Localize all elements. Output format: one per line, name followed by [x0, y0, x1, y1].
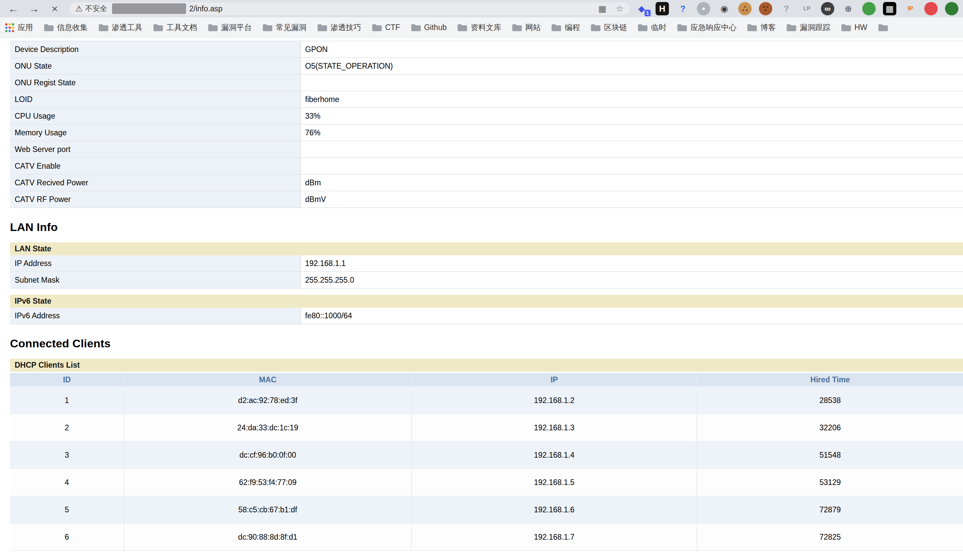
security-label[interactable]: 不安全	[85, 4, 107, 14]
bookmark-label: 漏洞跟踪	[799, 22, 830, 33]
bookmark-folder-10[interactable]: 网站	[512, 22, 540, 33]
green-extension-icon[interactable]	[862, 2, 875, 15]
device-info-table: Device DescriptionGPONONU StateO5(STATE_…	[10, 40, 963, 208]
info-row-label: ONU Regist State	[10, 74, 301, 91]
info-row-value: O5(STATE_OPERATION)	[301, 58, 963, 74]
bookmark-folder-17[interactable]: HW	[841, 23, 867, 32]
info-row: Device DescriptionGPON	[10, 41, 963, 58]
dhcp-cell: 53129	[697, 469, 963, 496]
bookmark-label: 工具文档	[166, 22, 197, 33]
info-row-value	[301, 141, 963, 157]
omnibox-address-bar[interactable]: ⚠ 不安全 2/info.asp ▦ ☆	[69, 2, 629, 15]
info-row-value: dBm	[301, 175, 963, 191]
info-row: ONU StateO5(STATE_OPERATION)	[10, 58, 963, 74]
section-header: LAN State	[10, 242, 963, 255]
bookmark-folder-16[interactable]: 漏洞跟踪	[786, 22, 830, 33]
bookmark-label: 常见漏洞	[276, 22, 306, 33]
dhcp-cell: 4	[10, 469, 124, 496]
dhcp-cell: 32206	[697, 414, 963, 442]
bookmark-folder-11[interactable]: 编程	[551, 22, 580, 33]
info-row-label: Memory Usage	[10, 125, 301, 141]
dhcp-table-body: 1d2:ac:92:78:ed:3f192.168.1.228538224:da…	[10, 387, 963, 551]
security-warning-icon[interactable]: ⚠	[75, 4, 83, 13]
bookmark-apps[interactable]: 应用	[5, 22, 33, 33]
qr-code-extension-icon[interactable]: ▦	[883, 2, 896, 15]
table-row: 3dc:cf:96:b0:0f:00192.168.1.451548	[10, 442, 963, 469]
folder-icon	[44, 23, 54, 32]
info-row-value: fe80::1000/64	[301, 308, 963, 324]
record-red-extension-icon[interactable]	[924, 2, 938, 15]
lastpass-extension-icon[interactable]: LP	[800, 2, 814, 15]
info-row-value	[301, 158, 963, 174]
extension-glyph: ∵	[763, 4, 768, 14]
dhcp-cell: 6	[10, 524, 124, 551]
bookmark-folder-15[interactable]: 博客	[747, 22, 776, 33]
info-row-label: IPv6 Address	[10, 308, 301, 324]
bookmark-folder-8[interactable]: Github	[411, 23, 447, 32]
extension-glyph: ∞	[825, 4, 831, 14]
bookmark-folder-13[interactable]: 临时	[637, 22, 666, 33]
dhcp-cell: 58:c5:cb:67:b1:df	[124, 496, 412, 524]
proxy-goggles-extension-icon[interactable]: ∞	[821, 2, 834, 15]
lan-table: IP Address192.168.1.1Subnet Mask255.255.…	[10, 255, 963, 289]
key-extension-icon[interactable]: •	[697, 2, 710, 15]
bookmark-folder-12[interactable]: 区块链	[590, 22, 627, 33]
bookmark-label: 资料文库	[470, 22, 501, 33]
dhcp-cell: 192.168.1.4	[412, 442, 697, 469]
stop-button[interactable]: ×	[45, 0, 64, 17]
bookmark-label: 漏洞平台	[221, 22, 252, 33]
bookmark-star-icon[interactable]: ☆	[616, 4, 624, 14]
bookmark-folder-2[interactable]: 渗透工具	[98, 22, 143, 33]
dhcp-cell: 192.168.1.5	[412, 469, 697, 496]
bookmark-label: 网站	[525, 22, 540, 33]
bookmark-folder-9[interactable]: 资料文库	[457, 22, 501, 33]
folder-icon	[786, 23, 797, 32]
clipped-edge-extension-icon[interactable]	[945, 2, 958, 15]
dhcp-header-cell: MAC	[124, 373, 412, 387]
folder-icon	[878, 23, 888, 32]
section-header: IPv6 State	[10, 295, 963, 308]
table-row: 1d2:ac:92:78:ed:3f192.168.1.228538	[10, 387, 963, 414]
info-row: LOIDfiberhome	[10, 91, 963, 108]
ring-extension-icon[interactable]: ◉	[718, 2, 731, 15]
info-row: IPv6 Addressfe80::1000/64	[10, 308, 963, 324]
bookmark-folder-1[interactable]: 信息收集	[44, 22, 88, 33]
help-gray-extension-icon[interactable]: ?	[780, 2, 793, 15]
help-blue-extension-icon[interactable]: ?	[676, 2, 689, 15]
bookmark-folder-4[interactable]: 漏洞平台	[208, 22, 252, 33]
dhcp-cell: 72825	[697, 524, 963, 551]
back-button[interactable]: ←	[4, 0, 23, 17]
cookie-extension-icon[interactable]: ∴	[738, 2, 752, 15]
folder-icon	[98, 23, 109, 32]
bookmark-folder-7[interactable]: CTF	[372, 23, 400, 32]
lan-sections: LAN StateIP Address192.168.1.1Subnet Mas…	[10, 242, 963, 324]
info-row: IP Address192.168.1.1	[10, 255, 963, 272]
qr-grid-icon[interactable]: ▦	[598, 4, 606, 14]
bookmark-folder-5[interactable]: 常见漏洞	[263, 22, 306, 33]
extension-glyph: ◉	[721, 4, 728, 14]
bookmark-folder-3[interactable]: 工具文档	[153, 22, 197, 33]
info-row: Web Server port	[10, 141, 963, 158]
info-row-value: fiberhome	[301, 91, 963, 107]
page-content: Device DescriptionGPONONU StateO5(STATE_…	[0, 38, 963, 551]
dhcp-list-title: DHCP Clients List	[10, 359, 963, 372]
cookie-editor-extension-icon[interactable]: ∵	[759, 2, 772, 15]
globe-extension-icon[interactable]: ⊕	[841, 2, 855, 15]
info-row-label: CATV Enable	[10, 158, 301, 174]
ip-extension-icon[interactable]: IP	[904, 2, 917, 15]
password-manager-extension-icon[interactable]: ◆1	[635, 2, 648, 15]
info-row-value: 255.255.255.0	[301, 272, 963, 288]
hackbar-extension-icon[interactable]: H	[655, 2, 669, 15]
bookmark-label: 编程	[564, 22, 580, 33]
bookmark-folder-14[interactable]: 应急响应中心	[677, 22, 736, 33]
dhcp-header-row: IDMACIPHired Time	[10, 373, 963, 387]
extension-badge: 1	[645, 10, 650, 16]
bookmark-label: 渗透工具	[112, 22, 143, 33]
dhcp-cell: 192.168.1.3	[412, 414, 697, 442]
lan-info-heading: LAN Info	[10, 221, 963, 234]
table-row: 558:c5:cb:67:b1:df192.168.1.672879	[10, 496, 963, 524]
forward-button[interactable]: →	[25, 0, 43, 17]
bookmark-folder-6[interactable]: 渗透技巧	[317, 22, 361, 33]
url-text[interactable]: 2/info.asp	[190, 4, 223, 13]
bookmark-folder-18[interactable]	[878, 23, 888, 32]
